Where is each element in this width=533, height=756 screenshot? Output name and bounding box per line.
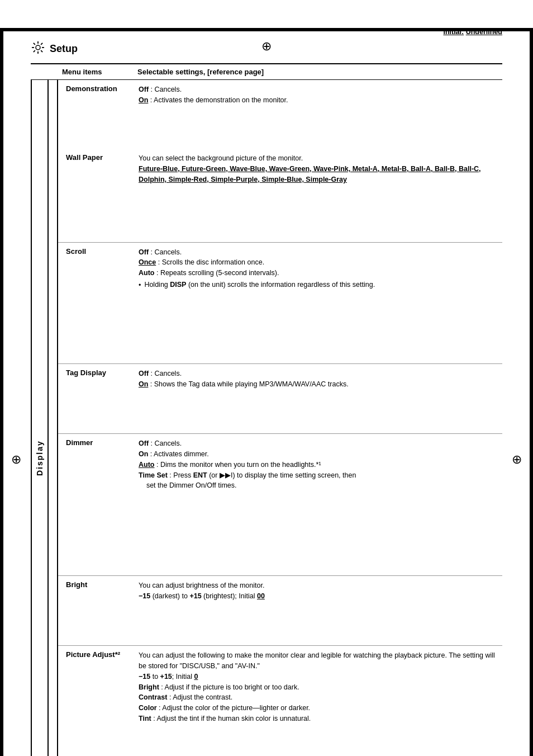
menu-item-picture-adjust: Picture Adjust*² [58, 646, 133, 756]
page-container: ⊕ ⊕ ⊕ ⊕ ENGLISH Initial: Underlined [0, 28, 533, 756]
scroll-bullet: • Holding DISP (on the unit) scrolls the… [139, 280, 497, 291]
row-dimmer: Dimmer Off : Cancels. On : Activates dim… [31, 434, 502, 576]
menu-item-wall-paper: Wall Paper [58, 149, 133, 242]
off-label: Off [139, 86, 149, 93]
display-label-cell: Display [31, 80, 58, 757]
content-area: Initial: Underlined [31, 28, 502, 756]
crosshair-right: ⊕ [512, 452, 522, 467]
setup-title: Setup [50, 43, 78, 55]
col2-header: Selectable settings, [reference page] [133, 64, 502, 80]
settings-bright: You can adjust brightness of the monitor… [133, 576, 502, 646]
settings-dimmer: Off : Cancels. On : Activates dimmer. Au… [133, 434, 502, 576]
initial-label: Initial: [443, 28, 464, 36]
settings-picture-adjust: You can adjust the following to make the… [133, 646, 502, 756]
menu-item-demonstration: Demonstration [58, 80, 133, 149]
svg-line-5 [34, 43, 35, 45]
wall-paper-options: Future-Blue, Future-Green, Wave-Blue, Wa… [139, 165, 481, 183]
gear-icon [31, 40, 45, 58]
svg-line-7 [41, 43, 42, 45]
row-scroll: Scroll Off : Cancels. Once : Scrolls the… [31, 242, 502, 364]
menu-item-tag-display: Tag Display [58, 364, 133, 434]
row-bright: Bright You can adjust brightness of the … [31, 576, 502, 646]
setup-title-row: Setup [31, 40, 502, 58]
settings-tag-display: Off : Cancels. On : Shows the Tag data w… [133, 364, 502, 434]
main-table: Menu items Selectable settings, [referen… [31, 63, 502, 756]
svg-line-8 [34, 50, 35, 52]
settings-scroll: Off : Cancels. Once : Scrolls the disc i… [133, 242, 502, 364]
svg-point-0 [36, 45, 40, 50]
svg-line-6 [41, 50, 42, 52]
table-header-row: Menu items Selectable settings, [referen… [31, 64, 502, 80]
col1-header: Menu items [58, 64, 133, 80]
row-picture-adjust: Picture Adjust*² You can adjust the foll… [31, 646, 502, 756]
settings-demonstration: Off : Cancels. On : Activates the demons… [133, 80, 502, 149]
display-vertical-label: Display [31, 80, 49, 756]
row-wall-paper: Wall Paper You can select the background… [31, 149, 502, 242]
right-border [530, 28, 533, 756]
menu-item-bright: Bright [58, 576, 133, 646]
crosshair-left: ⊕ [11, 452, 21, 467]
settings-wall-paper: You can select the background picture of… [133, 149, 502, 242]
initial-value: Underlined [466, 28, 502, 36]
on-label: On [139, 96, 148, 104]
table-body-row: Display Demonstration Off : Cancels. On … [31, 80, 502, 149]
left-border [0, 28, 3, 756]
menu-item-dimmer: Dimmer [58, 434, 133, 576]
row-tag-display: Tag Display Off : Cancels. On : Shows th… [31, 364, 502, 434]
table-body: Display Demonstration Off : Cancels. On … [31, 80, 502, 757]
initial-header: Initial: Underlined [31, 28, 502, 36]
col-display-spacer [31, 64, 58, 80]
menu-item-scroll: Scroll [58, 242, 133, 364]
